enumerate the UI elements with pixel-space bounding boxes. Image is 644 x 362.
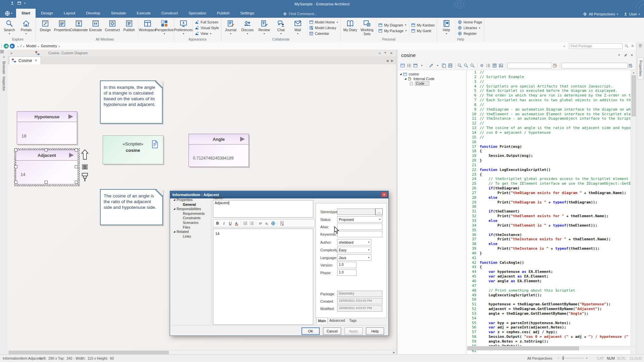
window-icon[interactable]	[413, 63, 418, 68]
zoom-out-button[interactable]: −	[557, 356, 559, 360]
selection-handle[interactable]	[75, 181, 78, 184]
find-previous-icon[interactable]	[457, 63, 463, 68]
ribbon-tab-start[interactable]: Start	[16, 9, 36, 18]
view-button[interactable]: View▼	[195, 31, 219, 36]
home-page-button[interactable]: Home Page	[458, 20, 482, 24]
note-element[interactable]: The cosine of an angle is the ratio of t…	[100, 189, 163, 225]
review-button[interactable]: Review▼	[256, 18, 273, 37]
dropdown-caret2-icon[interactable]: ▾	[435, 63, 440, 68]
keywords-input[interactable]	[337, 231, 382, 237]
code-goto-input[interactable]	[561, 63, 628, 68]
expand-icon[interactable]: ◢	[400, 73, 401, 75]
bold-button[interactable]: B	[215, 221, 220, 226]
dialog-tree-item-general[interactable]: General	[183, 202, 196, 206]
quicklink-arrow-icon[interactable]	[81, 149, 89, 160]
expand-icon[interactable]: ◢	[405, 77, 406, 80]
ribbon-tab-develop[interactable]: Develop	[81, 9, 106, 18]
properties-button[interactable]: Properties	[54, 18, 70, 37]
tab-properties[interactable]: Properties	[637, 57, 643, 79]
my-kanban-button[interactable]: My Kanban	[411, 23, 435, 27]
bullet-list-button[interactable]	[243, 221, 248, 226]
alias-input[interactable]	[337, 224, 382, 230]
publish-button[interactable]: Publish	[121, 18, 138, 37]
ribbon-tab-settings[interactable]: Settings	[235, 9, 260, 18]
code-vscrollbar[interactable]: ▲ ▼	[631, 70, 636, 362]
expand-icon[interactable]: ◢	[173, 198, 175, 201]
image-icon[interactable]	[498, 63, 504, 68]
model-library-button[interactable]: Model Library	[309, 25, 338, 30]
ribbon-tab-execute[interactable]: Execute	[131, 9, 156, 18]
panel-menu-icon[interactable]: ▼	[618, 54, 621, 57]
selection-handle[interactable]	[14, 165, 17, 168]
expand-icon[interactable]: ◢	[173, 230, 175, 233]
expand-icon[interactable]: ◢	[173, 207, 175, 210]
zoom-slider[interactable]	[561, 358, 584, 359]
dock-chevrons-icon[interactable]: »	[2, 55, 6, 59]
find-command-box[interactable]: Find Command...	[283, 12, 317, 16]
pin-icon[interactable]	[624, 53, 628, 57]
dialog-tree-item-responsibilities[interactable]: ◢Responsibilities	[173, 207, 201, 211]
subscript-button[interactable]: x₂	[264, 221, 270, 226]
superscript-button[interactable]: x²	[258, 221, 263, 226]
journal-button[interactable]: Journal▼	[222, 18, 239, 37]
ribbon-tab-publish[interactable]: Publish	[212, 9, 235, 18]
ribbon-tab-construct[interactable]: Construct	[156, 9, 183, 18]
portals-button[interactable]: Portals▼	[18, 18, 35, 37]
breadcrumb-item--[interactable]: /	[20, 44, 21, 48]
selection-frame[interactable]: Adjacent 14	[14, 148, 80, 186]
tab-inspector[interactable]: Inspector	[2, 76, 6, 91]
search-icon[interactable]	[625, 44, 629, 48]
dialog-tree-item-constraints[interactable]: Constraints	[183, 216, 201, 220]
note-element[interactable]: In this example, the angle of a triangle…	[100, 80, 163, 124]
code-editor[interactable]: 1//2// Scriptlet Example3//4// Scriptlet…	[467, 70, 644, 362]
collapse-icon[interactable]: «	[379, 51, 381, 55]
dialog-tree-item-properties[interactable]: ◢Properties	[173, 198, 193, 202]
register-button[interactable]: Register	[458, 31, 482, 36]
perspective-button[interactable]: Perspective▼	[156, 18, 173, 37]
dialog-title-bar[interactable]: InformationItem : Adjacent	[170, 191, 388, 198]
close-icon[interactable]: ✕	[390, 51, 393, 55]
save-icon[interactable]	[447, 63, 453, 68]
complexity-combo[interactable]: Easy▼	[337, 247, 371, 253]
dialog-tree-item-links[interactable]: Links	[183, 234, 191, 238]
hyperlink-button[interactable]	[270, 221, 276, 226]
search-button[interactable]: Search▼	[1, 18, 18, 37]
code-hscrollbar[interactable]: ▶	[467, 346, 644, 350]
my-diary-button[interactable]: My Diary	[342, 18, 359, 37]
dialog-tree-item-related[interactable]: ◢Related	[173, 230, 189, 234]
dialog-close-button[interactable]: ✕	[381, 192, 387, 197]
dialog-tree-item-requirements[interactable]: Requirements	[183, 212, 205, 216]
chevron-down-icon[interactable]: ▼	[384, 51, 387, 55]
grid-icon[interactable]	[492, 63, 497, 68]
selection-handle[interactable]	[75, 148, 78, 152]
insert-related-icon[interactable]	[81, 164, 89, 170]
insert-macro-icon[interactable]	[552, 63, 558, 68]
zoom-icon[interactable]	[470, 63, 475, 68]
code-search-input[interactable]	[507, 63, 552, 68]
status-combo[interactable]: Proposed▼	[337, 216, 382, 223]
navigate-forward-button[interactable]: ▶	[10, 44, 15, 49]
calendar-button[interactable]: Calendar	[309, 31, 338, 36]
run-triangle-icon[interactable]	[69, 153, 74, 158]
chevrons-icon[interactable]: »	[10, 51, 12, 55]
my-diagram-button[interactable]: My Diagram▼	[378, 23, 407, 27]
author-combo[interactable]: shebbard▼	[337, 239, 371, 245]
tab-main[interactable]: Main	[316, 317, 328, 324]
find-package-input[interactable]: Find Package	[569, 43, 623, 49]
tab-cosine[interactable]: Cosine ✕	[9, 56, 41, 64]
app-menu-button[interactable]: ▾	[3, 9, 14, 17]
perspectives-selector[interactable]: All Perspectives ▾	[583, 12, 618, 16]
dock-grid-icon[interactable]	[0, 50, 8, 54]
tab-advanced[interactable]: Advanced	[328, 317, 346, 323]
scroll-tabs-left-icon[interactable]: ◀	[386, 59, 388, 62]
selection-handle[interactable]	[75, 165, 78, 168]
sort-icon[interactable]: 123	[485, 63, 491, 68]
version-input[interactable]: 1.0	[337, 262, 357, 268]
font-color-button[interactable]: A	[234, 221, 239, 226]
scrollbar-thumb[interactable]	[632, 75, 636, 116]
zoom-slider-thumb[interactable]	[562, 356, 564, 360]
construct-button[interactable]: Construct	[104, 18, 121, 37]
selection-handle[interactable]	[14, 148, 17, 152]
code-tree-item-code[interactable]: Code	[409, 81, 429, 86]
code-tree-item-cosine[interactable]: ◢cosine	[400, 72, 419, 76]
